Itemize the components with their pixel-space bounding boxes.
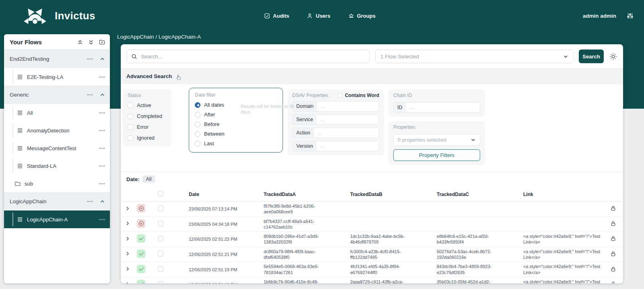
flow-item[interactable]: Standard-LA	[4, 157, 110, 175]
dsav-field[interactable]: Domain ...	[292, 101, 379, 111]
ellipsis-icon[interactable]	[99, 163, 105, 169]
nav-users[interactable]: Users	[307, 13, 330, 19]
date-option[interactable]: Last	[195, 140, 277, 147]
flow-group-header[interactable]: End2EndTesting	[4, 50, 110, 68]
chevron-up-icon[interactable]	[100, 199, 105, 204]
user-menu[interactable]: admin admin	[583, 13, 616, 19]
dsav-field[interactable]: Action ...	[292, 128, 379, 138]
row-checkbox[interactable]	[158, 236, 163, 242]
radio[interactable]	[195, 141, 200, 147]
search-input[interactable]: Search...	[126, 50, 370, 63]
flow-item[interactable]: All	[4, 104, 110, 122]
cell-link: <a style="color:#42a6e9;" href="/">Test …	[513, 232, 605, 247]
status-option[interactable]: Error	[128, 124, 166, 130]
advanced-search-toggle[interactable]: Advanced Search	[121, 68, 623, 84]
chevron-up-icon[interactable]	[100, 56, 105, 62]
ellipsis-icon[interactable]	[99, 74, 105, 80]
date-option[interactable]: Between	[195, 131, 277, 137]
dsav-field-placeholder: ...	[314, 128, 325, 138]
expand-row-icon[interactable]	[125, 236, 130, 241]
flow-item[interactable]: sub	[4, 175, 110, 192]
ellipsis-icon[interactable]	[99, 217, 105, 223]
expand-all-icon[interactable]	[88, 39, 94, 45]
ellipsis-icon[interactable]	[99, 145, 105, 151]
expand-row-icon[interactable]	[125, 266, 130, 271]
flow-group-header[interactable]: Generic	[4, 86, 110, 104]
row-checkbox[interactable]	[158, 221, 163, 226]
row-checkbox[interactable]	[158, 251, 163, 256]
radio[interactable]	[195, 102, 200, 108]
date-filter-chip[interactable]: All	[142, 175, 155, 183]
date-filter-label: Date filter	[195, 92, 277, 98]
chain-id-field-label: ID	[394, 103, 406, 112]
ellipsis-icon[interactable]	[99, 128, 105, 134]
contains-word-option[interactable]: Contains Word	[338, 93, 379, 98]
flow-group-header[interactable]: LogicAppChain	[4, 192, 110, 211]
flow-item[interactable]: AnomalyDetection	[4, 122, 110, 139]
col-status	[137, 187, 158, 202]
lock-icon[interactable]	[610, 221, 616, 227]
nav-groups[interactable]: Groups	[348, 13, 376, 19]
properties-select[interactable]: 0 properties selected	[393, 134, 480, 146]
flow-select[interactable]: 1 Flow Selected	[375, 50, 574, 63]
lock-icon[interactable]	[610, 266, 616, 272]
cell-tracked-b: 4fcf1341-efd5-4a35-8f94-e67692744ff0	[340, 262, 427, 277]
col-tracked-c: TrackedDataC	[427, 187, 513, 202]
radio[interactable]	[195, 122, 200, 127]
radio[interactable]	[195, 112, 200, 118]
sliders-icon[interactable]	[627, 12, 634, 19]
property-filters-button[interactable]: Property Filters	[393, 149, 480, 161]
new-folder-icon[interactable]	[99, 39, 105, 45]
flow-item[interactable]: MessageContentTest	[4, 139, 110, 157]
contains-word-checkbox[interactable]	[338, 93, 343, 98]
checkbox[interactable]	[128, 124, 133, 130]
row-checkbox[interactable]	[158, 266, 163, 272]
chevron-up-icon[interactable]	[100, 92, 105, 97]
gear-icon[interactable]	[609, 52, 617, 61]
status-option[interactable]: Active	[128, 102, 166, 108]
radio[interactable]	[195, 131, 200, 137]
collapse-all-icon[interactable]	[77, 39, 83, 45]
expand-row-icon[interactable]	[125, 221, 130, 226]
lock-icon[interactable]	[610, 235, 616, 242]
ellipsis-icon[interactable]	[99, 181, 105, 187]
expand-row-icon[interactable]	[125, 282, 130, 283]
cell-tracked-a: 808db1b0-286e-41d7-a3d9-1383a32032f9	[254, 232, 340, 247]
checkbox[interactable]	[128, 114, 133, 119]
flow-item[interactable]: E2E-Testing-LA	[4, 68, 110, 86]
select-all-checkbox[interactable]	[158, 191, 163, 196]
date-option[interactable]: Before	[195, 121, 277, 127]
flow-label: Standard-LA	[27, 163, 56, 169]
ellipsis-icon[interactable]	[99, 110, 105, 116]
expand-row-icon[interactable]	[125, 206, 130, 211]
checkbox[interactable]	[128, 135, 133, 141]
expand-row-icon[interactable]	[125, 251, 130, 256]
status-filter-panel: Status Active Completed Error Ignored	[123, 89, 171, 147]
status-option[interactable]: Ignored	[128, 135, 166, 141]
row-checkbox[interactable]	[158, 281, 163, 283]
chain-id-input[interactable]: ID ...	[393, 102, 480, 113]
lock-icon[interactable]	[610, 205, 616, 211]
row-checkbox[interactable]	[158, 206, 163, 211]
status-options: Active Completed Error Ignored	[128, 102, 166, 141]
search-button[interactable]: Search	[579, 50, 604, 63]
lock-icon[interactable]	[610, 281, 616, 283]
col-date: Date	[179, 187, 254, 202]
dsav-field[interactable]: Version ...	[292, 141, 379, 151]
dsav-field-label: Service	[293, 115, 317, 124]
status-option[interactable]: Completed	[128, 113, 166, 119]
dsav-field[interactable]: Service ...	[292, 114, 379, 125]
sidebar-title: Your Flows	[10, 39, 42, 45]
flow-label: E2E-Testing-LA	[27, 74, 63, 80]
nav-audits[interactable]: Audits	[264, 13, 289, 19]
cell-tracked-b: fc300fc4-a23b-4cf0-8415-ffb122dd7495	[340, 247, 427, 262]
ellipsis-icon[interactable]	[87, 56, 93, 62]
ellipsis-icon[interactable]	[87, 198, 93, 204]
cell-date: 12/06/2025 02:51:23 PM	[179, 232, 254, 247]
ellipsis-icon[interactable]	[87, 92, 93, 98]
flow-item[interactable]: LogicAppChain-A	[4, 211, 110, 228]
checkbox[interactable]	[128, 103, 133, 108]
cell-tracked-c: 843dc0b4-7be3-4809-8923-e23c75df2835	[427, 262, 513, 277]
brand[interactable]: Invictus	[22, 6, 95, 25]
lock-icon[interactable]	[610, 251, 616, 257]
